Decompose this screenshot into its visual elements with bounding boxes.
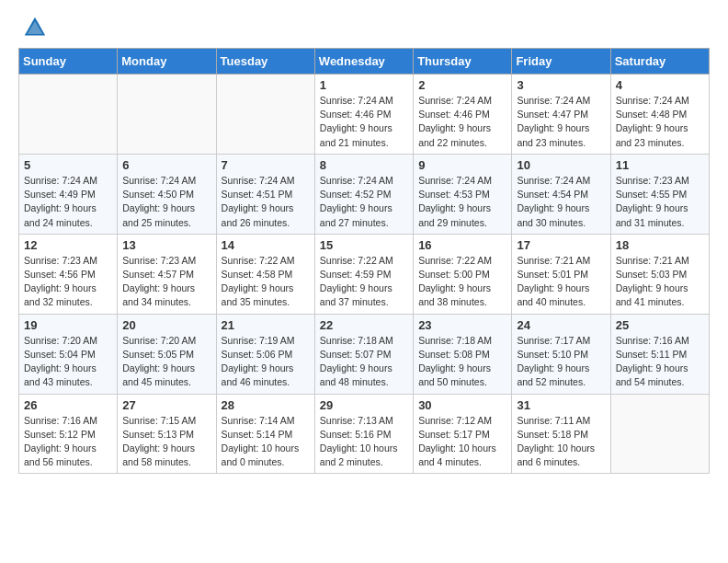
weekday-thursday: Thursday (414, 49, 512, 75)
day-number: 8 (320, 158, 408, 172)
day-number: 26 (24, 398, 112, 412)
day-info: Sunrise: 7:24 AM Sunset: 4:51 PM Dayligh… (222, 174, 310, 230)
day-cell: 16Sunrise: 7:22 AM Sunset: 5:00 PM Dayli… (414, 234, 512, 314)
day-number: 23 (418, 318, 506, 332)
day-info: Sunrise: 7:15 AM Sunset: 5:13 PM Dayligh… (122, 414, 210, 470)
day-number: 16 (418, 238, 506, 252)
day-cell (19, 75, 118, 155)
day-info: Sunrise: 7:19 AM Sunset: 5:06 PM Dayligh… (222, 334, 310, 390)
day-info: Sunrise: 7:21 AM Sunset: 5:03 PM Dayligh… (616, 254, 704, 310)
day-info: Sunrise: 7:20 AM Sunset: 5:04 PM Dayligh… (24, 334, 112, 390)
day-info: Sunrise: 7:24 AM Sunset: 4:48 PM Dayligh… (616, 94, 704, 150)
day-number: 31 (517, 398, 605, 412)
day-number: 2 (418, 78, 506, 92)
weekday-saturday: Saturday (610, 49, 709, 75)
day-cell: 26Sunrise: 7:16 AM Sunset: 5:12 PM Dayli… (19, 394, 118, 474)
day-number: 7 (222, 158, 310, 172)
day-info: Sunrise: 7:12 AM Sunset: 5:17 PM Dayligh… (418, 414, 506, 470)
day-number: 22 (320, 318, 408, 332)
day-info: Sunrise: 7:13 AM Sunset: 5:16 PM Dayligh… (320, 414, 408, 470)
day-cell: 14Sunrise: 7:22 AM Sunset: 4:58 PM Dayli… (216, 234, 314, 314)
day-info: Sunrise: 7:24 AM Sunset: 4:49 PM Dayligh… (24, 174, 112, 230)
day-info: Sunrise: 7:24 AM Sunset: 4:53 PM Dayligh… (418, 174, 506, 230)
day-number: 20 (122, 318, 210, 332)
day-cell: 23Sunrise: 7:18 AM Sunset: 5:08 PM Dayli… (414, 314, 512, 394)
day-cell: 13Sunrise: 7:23 AM Sunset: 4:57 PM Dayli… (118, 234, 216, 314)
day-info: Sunrise: 7:16 AM Sunset: 5:11 PM Dayligh… (616, 334, 704, 390)
day-info: Sunrise: 7:24 AM Sunset: 4:52 PM Dayligh… (320, 174, 408, 230)
day-cell (118, 75, 216, 155)
day-cell: 29Sunrise: 7:13 AM Sunset: 5:16 PM Dayli… (314, 394, 413, 474)
header (18, 15, 710, 40)
day-number: 10 (517, 158, 605, 172)
day-cell: 31Sunrise: 7:11 AM Sunset: 5:18 PM Dayli… (512, 394, 610, 474)
calendar: SundayMondayTuesdayWednesdayThursdayFrid… (18, 48, 710, 474)
day-info: Sunrise: 7:18 AM Sunset: 5:08 PM Dayligh… (418, 334, 506, 390)
day-number: 27 (122, 398, 210, 412)
day-info: Sunrise: 7:18 AM Sunset: 5:07 PM Dayligh… (320, 334, 408, 390)
day-info: Sunrise: 7:16 AM Sunset: 5:12 PM Dayligh… (24, 414, 112, 470)
weekday-friday: Friday (512, 49, 610, 75)
day-cell: 18Sunrise: 7:21 AM Sunset: 5:03 PM Dayli… (610, 234, 709, 314)
day-number: 19 (24, 318, 112, 332)
day-cell: 7Sunrise: 7:24 AM Sunset: 4:51 PM Daylig… (216, 154, 314, 234)
day-cell: 1Sunrise: 7:24 AM Sunset: 4:46 PM Daylig… (314, 75, 413, 155)
week-row-4: 19Sunrise: 7:20 AM Sunset: 5:04 PM Dayli… (19, 314, 710, 394)
day-cell: 24Sunrise: 7:17 AM Sunset: 5:10 PM Dayli… (512, 314, 610, 394)
day-number: 12 (24, 238, 112, 252)
day-number: 30 (418, 398, 506, 412)
day-info: Sunrise: 7:23 AM Sunset: 4:55 PM Dayligh… (616, 174, 704, 230)
day-number: 14 (222, 238, 310, 252)
week-row-3: 12Sunrise: 7:23 AM Sunset: 4:56 PM Dayli… (19, 234, 710, 314)
weekday-header-row: SundayMondayTuesdayWednesdayThursdayFrid… (19, 49, 710, 75)
day-cell (610, 394, 709, 474)
day-cell: 22Sunrise: 7:18 AM Sunset: 5:07 PM Dayli… (314, 314, 413, 394)
weekday-monday: Monday (118, 49, 216, 75)
day-info: Sunrise: 7:24 AM Sunset: 4:50 PM Dayligh… (122, 174, 210, 230)
day-number: 6 (122, 158, 210, 172)
weekday-sunday: Sunday (19, 49, 118, 75)
day-cell: 2Sunrise: 7:24 AM Sunset: 4:46 PM Daylig… (414, 75, 512, 155)
day-number: 17 (517, 238, 605, 252)
day-number: 21 (222, 318, 310, 332)
day-number: 13 (122, 238, 210, 252)
day-cell: 17Sunrise: 7:21 AM Sunset: 5:01 PM Dayli… (512, 234, 610, 314)
day-number: 11 (616, 158, 704, 172)
day-cell: 12Sunrise: 7:23 AM Sunset: 4:56 PM Dayli… (19, 234, 118, 314)
week-row-2: 5Sunrise: 7:24 AM Sunset: 4:49 PM Daylig… (19, 154, 710, 234)
logo (18, 15, 48, 40)
day-info: Sunrise: 7:20 AM Sunset: 5:05 PM Dayligh… (122, 334, 210, 390)
day-info: Sunrise: 7:24 AM Sunset: 4:54 PM Dayligh… (517, 174, 605, 230)
day-cell: 6Sunrise: 7:24 AM Sunset: 4:50 PM Daylig… (118, 154, 216, 234)
day-number: 25 (616, 318, 704, 332)
day-number: 29 (320, 398, 408, 412)
day-number: 4 (616, 78, 704, 92)
day-cell: 11Sunrise: 7:23 AM Sunset: 4:55 PM Dayli… (610, 154, 709, 234)
day-number: 28 (222, 398, 310, 412)
day-info: Sunrise: 7:14 AM Sunset: 5:14 PM Dayligh… (222, 414, 310, 470)
weekday-tuesday: Tuesday (216, 49, 314, 75)
day-cell: 9Sunrise: 7:24 AM Sunset: 4:53 PM Daylig… (414, 154, 512, 234)
day-info: Sunrise: 7:23 AM Sunset: 4:56 PM Dayligh… (24, 254, 112, 310)
day-info: Sunrise: 7:22 AM Sunset: 5:00 PM Dayligh… (418, 254, 506, 310)
day-cell: 10Sunrise: 7:24 AM Sunset: 4:54 PM Dayli… (512, 154, 610, 234)
logo-icon (22, 15, 48, 40)
page-container: SundayMondayTuesdayWednesdayThursdayFrid… (0, 0, 728, 483)
day-cell: 8Sunrise: 7:24 AM Sunset: 4:52 PM Daylig… (314, 154, 413, 234)
day-info: Sunrise: 7:22 AM Sunset: 4:59 PM Dayligh… (320, 254, 408, 310)
day-info: Sunrise: 7:24 AM Sunset: 4:46 PM Dayligh… (320, 94, 408, 150)
day-number: 24 (517, 318, 605, 332)
day-cell (216, 75, 314, 155)
day-cell: 20Sunrise: 7:20 AM Sunset: 5:05 PM Dayli… (118, 314, 216, 394)
day-number: 15 (320, 238, 408, 252)
day-info: Sunrise: 7:24 AM Sunset: 4:46 PM Dayligh… (418, 94, 506, 150)
day-info: Sunrise: 7:23 AM Sunset: 4:57 PM Dayligh… (122, 254, 210, 310)
day-info: Sunrise: 7:21 AM Sunset: 5:01 PM Dayligh… (517, 254, 605, 310)
day-info: Sunrise: 7:17 AM Sunset: 5:10 PM Dayligh… (517, 334, 605, 390)
day-cell: 28Sunrise: 7:14 AM Sunset: 5:14 PM Dayli… (216, 394, 314, 474)
week-row-5: 26Sunrise: 7:16 AM Sunset: 5:12 PM Dayli… (19, 394, 710, 474)
day-number: 3 (517, 78, 605, 92)
day-cell: 5Sunrise: 7:24 AM Sunset: 4:49 PM Daylig… (19, 154, 118, 234)
day-info: Sunrise: 7:22 AM Sunset: 4:58 PM Dayligh… (222, 254, 310, 310)
day-cell: 25Sunrise: 7:16 AM Sunset: 5:11 PM Dayli… (610, 314, 709, 394)
